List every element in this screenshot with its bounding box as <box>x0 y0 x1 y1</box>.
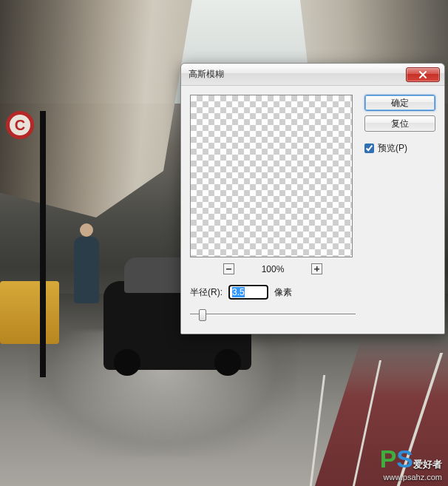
svg-rect-0 <box>226 269 231 270</box>
radius-slider[interactable] <box>190 307 356 322</box>
traffic-sign: C <box>6 111 34 139</box>
zoom-level: 100% <box>255 264 291 274</box>
dialog-titlebar[interactable]: 高斯模糊 <box>181 64 444 86</box>
reset-button[interactable]: 复位 <box>364 115 435 132</box>
watermark-logo: PS爱好者 <box>380 445 442 473</box>
preview-checkbox[interactable] <box>364 144 374 153</box>
radius-input[interactable] <box>228 285 268 300</box>
zoom-in-button[interactable] <box>311 263 322 274</box>
roadside-barrier <box>0 281 59 344</box>
watermark-url: www.psahz.com <box>380 473 442 482</box>
close-icon <box>418 70 427 79</box>
minus-icon <box>225 266 232 272</box>
dialog-left-column: 100% 半径(R): 像素 <box>190 95 356 322</box>
dialog-right-column: 确定 复位 预览(P) <box>364 95 435 322</box>
dialog-title: 高斯模糊 <box>189 68 406 81</box>
zoom-controls: 100% <box>190 263 356 274</box>
watermark: PS爱好者 www.psahz.com <box>380 445 442 482</box>
ok-button[interactable]: 确定 <box>364 95 435 111</box>
filter-preview[interactable] <box>190 95 353 257</box>
preview-checkbox-label: 预览(P) <box>378 142 407 155</box>
zoom-out-button[interactable] <box>223 263 234 274</box>
radius-label: 半径(R): <box>190 286 223 299</box>
svg-rect-2 <box>316 266 318 271</box>
slider-track <box>190 314 356 315</box>
watermark-s: S <box>396 445 413 473</box>
dialog-body: 100% 半径(R): 像素 确定 复位 预览(P) <box>181 86 444 334</box>
radius-row: 半径(R): 像素 <box>190 285 356 300</box>
pedestrian <box>74 237 99 303</box>
slider-thumb[interactable] <box>199 309 206 321</box>
transparency-checker <box>191 95 352 257</box>
sign-letter: C <box>15 117 25 134</box>
gaussian-blur-dialog: 高斯模糊 100% 半径(R): 像素 <box>180 63 445 334</box>
preview-checkbox-row[interactable]: 预览(P) <box>364 142 435 155</box>
lamp-post <box>40 111 46 377</box>
plus-icon <box>313 266 320 272</box>
watermark-cn: 爱好者 <box>413 459 442 470</box>
radius-unit: 像素 <box>274 286 292 299</box>
close-button[interactable] <box>406 67 440 82</box>
watermark-p: P <box>380 445 397 473</box>
